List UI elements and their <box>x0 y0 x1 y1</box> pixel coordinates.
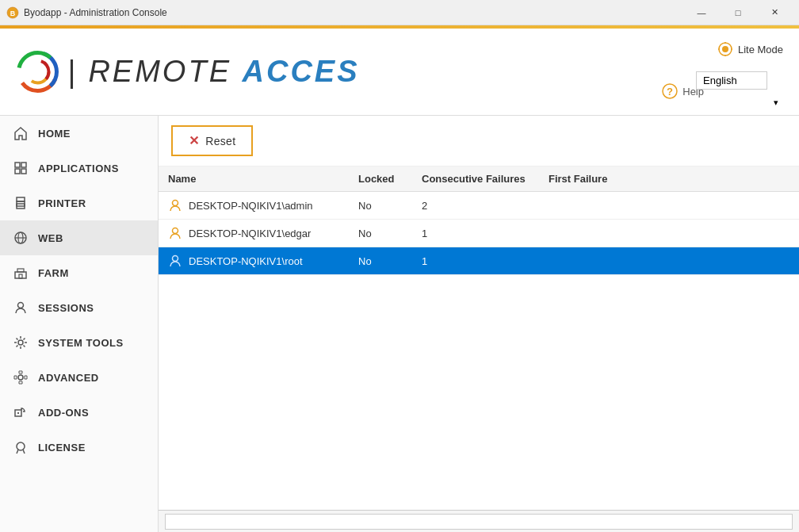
app-icon: B <box>6 6 19 19</box>
main-layout: HOME APPLICATIONS PRINTER WEB FARM <box>0 116 799 532</box>
svg-rect-15 <box>15 163 20 167</box>
col-header-locked: Locked <box>349 166 412 192</box>
svg-text:B: B <box>10 10 16 17</box>
close-button[interactable]: ✕ <box>756 0 793 25</box>
sidebar-item-farm[interactable]: FARM <box>0 255 158 290</box>
svg-point-34 <box>173 201 178 206</box>
svg-point-27 <box>18 303 24 308</box>
titlebar: B Byodapp - Administration Console — □ ✕ <box>0 0 799 25</box>
svg-rect-17 <box>15 169 20 174</box>
logo-icon <box>16 50 59 94</box>
cell-name: DESKTOP-NQIKIV1\admin <box>159 192 349 220</box>
table-area: Name Locked Consecutive Failures First F… <box>159 166 799 510</box>
sidebar-item-system-tools[interactable]: SYSTEM TOOLS <box>0 325 158 360</box>
col-header-consecutive-failures: Consecutive Failures <box>412 166 539 192</box>
cell-locked: No <box>349 220 412 247</box>
advanced-icon <box>13 369 29 385</box>
reset-button[interactable]: ✕ Reset <box>171 125 253 156</box>
add-ons-icon <box>13 404 29 420</box>
toolbar: ✕ Reset <box>159 116 799 166</box>
sidebar-item-advanced[interactable]: ADVANCED <box>0 360 158 395</box>
cell-consecutive-failures: 1 <box>412 247 539 275</box>
cell-locked: No <box>349 247 412 275</box>
sidebar-item-web[interactable]: WEB <box>0 220 158 255</box>
cell-name: DESKTOP-NQIKIV1\edgar <box>159 220 349 247</box>
col-header-first-failure: First Failure <box>539 166 799 192</box>
cell-consecutive-failures: 2 <box>412 192 539 220</box>
users-table: Name Locked Consecutive Failures First F… <box>159 166 799 275</box>
sidebar-item-sessions[interactable]: SESSIONS <box>0 290 158 325</box>
cell-first-failure <box>539 220 799 247</box>
svg-point-36 <box>173 256 178 262</box>
content-area: ✕ Reset Name Locked Consecutive Failures… <box>159 116 799 532</box>
lite-mode-icon <box>717 41 733 57</box>
printer-icon <box>13 195 29 211</box>
col-header-name: Name <box>159 166 349 192</box>
system-tools-icon <box>13 335 29 350</box>
x-icon: ✕ <box>189 133 199 148</box>
window-controls: — □ ✕ <box>683 0 793 25</box>
web-icon <box>13 230 29 246</box>
license-icon <box>13 439 29 455</box>
sidebar-item-applications[interactable]: APPLICATIONS <box>0 151 158 186</box>
logo-text: | REMOTE ACCES <box>67 55 360 89</box>
table-header-row: Name Locked Consecutive Failures First F… <box>159 166 799 192</box>
table-row[interactable]: DESKTOP-NQIKIV1\edgar No 1 <box>159 220 799 247</box>
statusbar <box>159 510 799 532</box>
user-icon <box>168 226 182 240</box>
user-icon <box>168 254 182 268</box>
sidebar-item-license[interactable]: LICENSE <box>0 430 158 465</box>
svg-point-35 <box>173 228 178 234</box>
svg-point-8 <box>722 46 728 52</box>
svg-point-29 <box>18 375 23 380</box>
svg-rect-16 <box>21 163 26 167</box>
statusbar-input[interactable] <box>165 514 793 530</box>
cell-locked: No <box>349 192 412 220</box>
table-row[interactable]: DESKTOP-NQIKIV1\root No 1 <box>159 247 799 275</box>
svg-text:?: ? <box>667 86 673 98</box>
home-icon <box>13 125 29 141</box>
svg-point-33 <box>17 442 25 450</box>
language-select[interactable]: English French Spanish German <box>696 71 767 90</box>
minimize-button[interactable]: — <box>683 0 720 25</box>
sidebar-item-printer[interactable]: PRINTER <box>0 186 158 220</box>
sessions-icon <box>13 300 29 316</box>
svg-point-28 <box>18 340 23 345</box>
cell-first-failure <box>539 247 799 275</box>
table-row[interactable]: DESKTOP-NQIKIV1\admin No 2 <box>159 192 799 220</box>
sidebar-item-add-ons[interactable]: ADD-ONS <box>0 395 158 430</box>
cell-name: DESKTOP-NQIKIV1\root <box>159 247 349 275</box>
window-title: Byodapp - Administration Console <box>24 7 683 18</box>
restore-button[interactable]: □ <box>720 0 756 25</box>
applications-icon <box>13 160 29 176</box>
sidebar: HOME APPLICATIONS PRINTER WEB FARM <box>0 116 159 532</box>
lite-mode-button[interactable]: Lite Mode <box>717 41 783 57</box>
cell-first-failure <box>539 192 799 220</box>
sidebar-item-home[interactable]: HOME <box>0 116 158 151</box>
user-icon <box>168 198 182 212</box>
farm-icon <box>13 265 29 281</box>
help-icon: ? <box>662 83 678 99</box>
header: | REMOTE ACCES Lite Mode ? Help English … <box>0 29 799 116</box>
svg-rect-18 <box>21 169 26 174</box>
svg-rect-24 <box>15 272 26 278</box>
cell-consecutive-failures: 1 <box>412 220 539 247</box>
